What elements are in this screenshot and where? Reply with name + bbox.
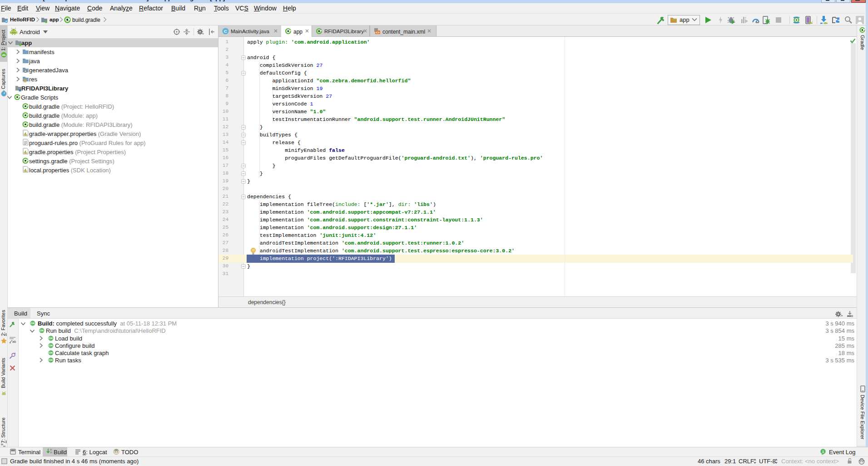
svg-text:ab: ab: [12, 340, 16, 343]
svg-text:<>: <>: [376, 31, 379, 35]
svg-text:10: 10: [50, 451, 52, 454]
svg-text:C: C: [224, 29, 227, 34]
svg-text:1: 1: [822, 450, 824, 454]
